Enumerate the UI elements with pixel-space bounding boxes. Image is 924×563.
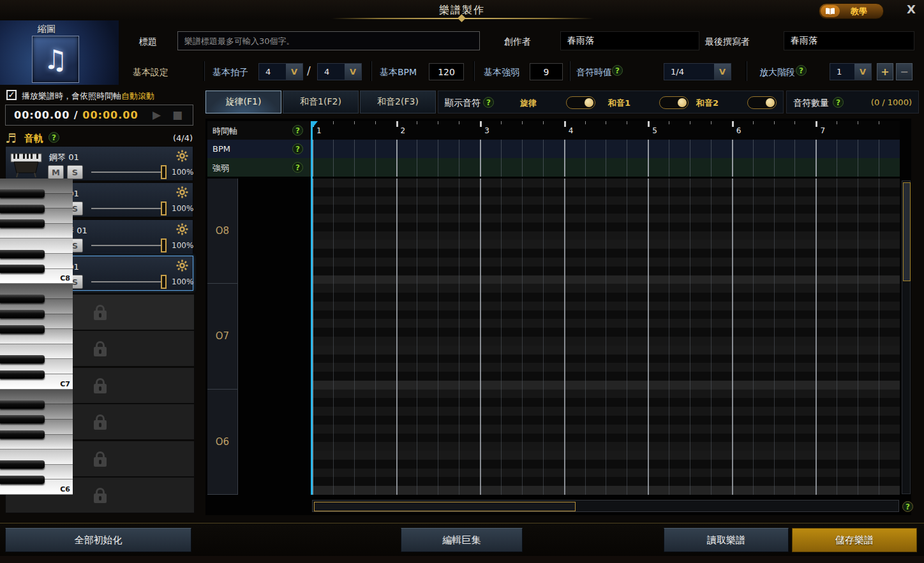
dynamics-row-help-icon[interactable]: ? — [292, 162, 303, 173]
volume-slider-track[interactable] — [91, 172, 165, 173]
bpm-cells-row[interactable] — [312, 140, 900, 158]
reset-all-button[interactable]: 全部初始化 — [5, 528, 191, 552]
piano-octave-keys: C8 — [0, 179, 73, 284]
black-key[interactable] — [0, 370, 45, 379]
beat-label: 基本拍子 — [212, 67, 248, 78]
gear-icon[interactable] — [176, 150, 188, 165]
last-writer-input[interactable] — [784, 31, 914, 50]
volume-slider-track[interactable] — [91, 281, 165, 282]
black-key[interactable] — [0, 325, 45, 333]
save-score-button[interactable]: 儲存樂譜 — [792, 528, 917, 552]
volume-slider-handle[interactable] — [161, 275, 167, 289]
track-name: 鋼琴 01 — [49, 152, 79, 163]
thumbnail-image[interactable]: ♫ — [32, 36, 79, 83]
note-value-label: 音符時值 — [576, 67, 612, 78]
black-key[interactable] — [0, 265, 45, 273]
tutorial-button-label: 教學 — [840, 6, 883, 17]
gear-icon[interactable] — [176, 260, 188, 274]
creator-input[interactable] — [560, 31, 699, 50]
black-key[interactable] — [0, 430, 45, 439]
edit-macro-button[interactable]: 編輯巨集 — [401, 528, 523, 552]
tracks-help-icon[interactable]: ? — [48, 132, 59, 143]
playhead-flag-icon — [313, 121, 318, 128]
vertical-scrollbar[interactable] — [902, 180, 911, 494]
volume-slider-track[interactable] — [91, 208, 165, 209]
separator — [203, 61, 204, 81]
vertical-scrollbar-thumb[interactable] — [903, 182, 911, 281]
zoom-level-dropdown[interactable]: 1 V — [830, 63, 872, 80]
beat-numerator-dropdown[interactable]: 4 V — [258, 63, 303, 80]
show-notes-help-icon[interactable]: ? — [483, 97, 494, 108]
black-key[interactable] — [0, 355, 45, 363]
black-key[interactable] — [0, 400, 45, 409]
dynamics-cells-row[interactable] — [312, 158, 900, 177]
zoom-help-icon[interactable]: ? — [796, 65, 807, 76]
gear-icon[interactable] — [176, 223, 188, 238]
black-key[interactable] — [0, 310, 45, 318]
beat-denominator-dropdown[interactable]: 4 V — [317, 63, 362, 80]
separator — [473, 61, 474, 81]
bottom-strip — [0, 556, 924, 563]
dynamics-input[interactable] — [530, 63, 563, 80]
grid-row — [312, 187, 900, 196]
title-input[interactable] — [177, 31, 480, 50]
black-key[interactable] — [0, 189, 45, 198]
mute-button[interactable]: M — [48, 165, 64, 179]
stop-button[interactable]: ■ — [172, 108, 183, 121]
timeline-ruler[interactable]: 1234567 — [312, 121, 900, 140]
grid-row — [312, 451, 900, 460]
volume-slider-handle[interactable] — [161, 201, 167, 216]
black-key[interactable] — [0, 295, 45, 303]
solo-button[interactable]: S — [67, 165, 83, 179]
tab-chord2[interactable]: 和音2(F3) — [360, 91, 436, 113]
zoom-level-value: 1 — [830, 64, 854, 80]
grid-lines — [312, 140, 900, 158]
black-key[interactable] — [0, 460, 45, 469]
scrollbar-help-icon[interactable]: ? — [902, 501, 913, 512]
black-key[interactable] — [0, 219, 45, 228]
zoom-in-button[interactable]: + — [877, 63, 893, 80]
chord2-toggle[interactable] — [747, 96, 777, 109]
volume-percent: 100% — [172, 204, 193, 213]
timeline-help-icon[interactable]: ? — [292, 125, 303, 136]
thumbnail-label: 縮圖 — [0, 24, 93, 35]
tab-melody[interactable]: 旋律(F1) — [205, 91, 281, 113]
melody-toggle[interactable] — [566, 96, 595, 109]
play-button[interactable]: ▶ — [153, 108, 161, 121]
gear-icon[interactable] — [176, 186, 188, 201]
dynamics-row-text: 強弱 — [212, 163, 229, 174]
horizontal-scrollbar-thumb[interactable] — [314, 502, 576, 511]
volume-slider-track[interactable] — [91, 245, 165, 246]
grid-row — [312, 442, 900, 451]
horizontal-scrollbar[interactable] — [312, 500, 899, 512]
tutorial-button[interactable]: 教學 — [819, 3, 884, 19]
black-key[interactable] — [0, 476, 45, 484]
bpm-row-help-icon[interactable]: ? — [292, 143, 303, 154]
chord1-toggle[interactable] — [659, 96, 689, 109]
lock-icon — [94, 494, 107, 503]
black-key[interactable] — [0, 250, 45, 258]
toggle-knob — [766, 98, 775, 107]
close-button[interactable]: X — [904, 3, 919, 18]
time-text: 00:00.00 / 00:00.00 — [14, 109, 138, 121]
track-card-1[interactable]: 鋼琴 01MS100% — [5, 146, 193, 181]
black-key[interactable] — [0, 205, 45, 213]
volume-percent: 100% — [172, 241, 193, 250]
autoscroll-checkbox[interactable]: ✓ — [6, 90, 17, 100]
load-score-button[interactable]: 讀取樂譜 — [664, 528, 789, 552]
autoscroll-label: 播放樂譜時，會依照時間軸自動滾動 — [22, 91, 154, 102]
playhead[interactable] — [311, 121, 313, 495]
tab-chord1[interactable]: 和音1(F2) — [283, 91, 359, 113]
grid-row — [312, 363, 900, 372]
zoom-out-button[interactable]: − — [896, 63, 913, 80]
note-value-help-icon[interactable]: ? — [612, 65, 623, 76]
volume-slider-handle[interactable] — [161, 165, 167, 179]
black-key[interactable] — [0, 415, 45, 423]
note-value-dropdown[interactable]: 1/4 V — [664, 63, 731, 80]
note-count-help-icon[interactable]: ? — [833, 97, 844, 108]
lock-icon — [94, 420, 107, 430]
bpm-input[interactable] — [429, 63, 464, 80]
grid-row — [312, 223, 900, 231]
volume-slider-handle[interactable] — [161, 238, 167, 252]
dynamics-row-label: 強弱 ? — [207, 158, 312, 177]
